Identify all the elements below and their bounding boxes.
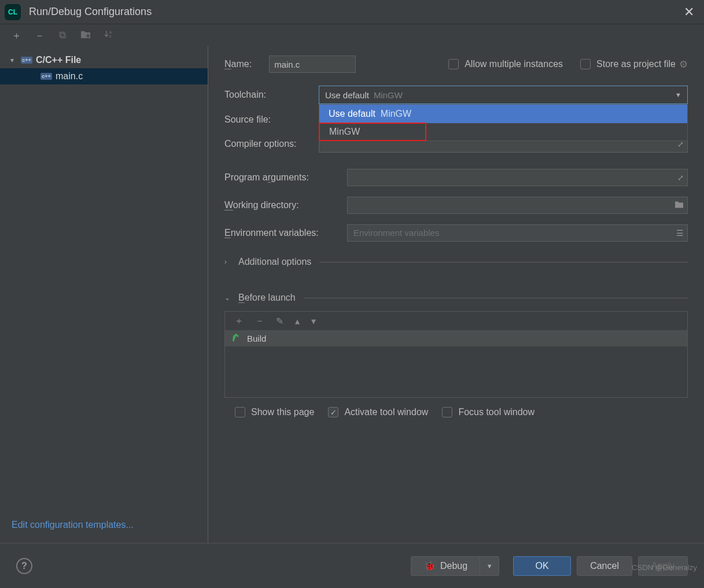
chevron-down-icon: ⌄ — [224, 294, 234, 302]
dropdown-option[interactable]: Use default MinGW — [319, 105, 687, 123]
config-form: Name: Allow multiple instances Store as … — [208, 46, 704, 543]
toolchain-dropdown[interactable]: Use default MinGW ▼ — [319, 86, 688, 104]
workdir-field[interactable] — [347, 197, 688, 214]
sort-icon[interactable]: az — [103, 29, 115, 42]
before-launch-header[interactable]: ⌄ Before launch — [224, 293, 688, 303]
env-placeholder: Environment variables — [348, 228, 439, 238]
toolchain-dropdown-list: Use default MinGW MinGW — [319, 104, 688, 141]
tree-group[interactable]: ▾ c++ C/C++ File — [0, 52, 208, 68]
build-task-label: Build — [247, 334, 266, 343]
list-icon[interactable]: ☰ — [676, 228, 684, 238]
build-task-row[interactable]: Build — [225, 330, 687, 346]
compiler-options-label: Compiler options: — [224, 139, 319, 149]
additional-options-header[interactable]: › Additional options — [224, 257, 688, 267]
tree-group-label: C/C++ File — [36, 55, 81, 65]
ok-button[interactable]: OK — [513, 556, 571, 576]
activate-tool-checkbox[interactable]: ✓ — [328, 407, 338, 417]
cpp-file-icon: c++ — [21, 55, 32, 65]
debug-button[interactable]: 🐞 Debug — [411, 556, 481, 576]
program-args-label: Program arguments: — [224, 172, 347, 183]
chevron-down-icon: ▼ — [675, 91, 681, 98]
add-icon[interactable]: ＋ — [10, 29, 22, 42]
hammer-icon — [232, 332, 241, 344]
env-label: Environment variables: — [224, 228, 347, 238]
svg-text:z: z — [109, 34, 112, 38]
tree-item-label: main.c — [56, 71, 83, 82]
toolchain-value-a: Use default — [325, 90, 369, 100]
bug-icon: 🐞 — [424, 560, 436, 571]
show-page-label: Show this page — [251, 407, 314, 417]
activate-tool-label: Activate tool window — [344, 407, 428, 417]
save-template-icon[interactable] — [80, 29, 91, 42]
copy-icon[interactable]: ⧉ — [57, 29, 68, 41]
config-tree-panel: ▾ c++ C/C++ File c++ main.c Edit configu… — [0, 46, 208, 543]
focus-tool-label: Focus tool window — [458, 407, 535, 417]
toolchain-value-b: MinGW — [374, 90, 403, 100]
workdir-label: Working directory: — [224, 200, 347, 210]
program-args-field[interactable]: ⤢ — [347, 169, 688, 186]
toolchain-label: Toolchain: — [224, 90, 319, 100]
cancel-button[interactable]: Cancel — [577, 556, 632, 576]
folder-icon[interactable] — [674, 201, 684, 210]
close-icon[interactable]: ✕ — [682, 5, 696, 20]
config-toolbar: ＋ － ⧉ az — [0, 24, 704, 46]
name-field[interactable] — [269, 56, 356, 73]
debug-split-arrow[interactable]: ▼ — [480, 556, 499, 576]
expand-icon[interactable]: ⤢ — [677, 173, 684, 182]
allow-multiple-label: Allow multiple instances — [465, 59, 563, 69]
before-launch-box: ＋ － ✎ ▴ ▾ Build — [224, 311, 688, 398]
store-project-label: Store as project file — [596, 59, 676, 69]
chevron-down-icon: ▾ — [10, 56, 19, 64]
tree-item[interactable]: c++ main.c — [0, 68, 208, 84]
name-label: Name: — [224, 59, 252, 69]
edit-templates-link[interactable]: Edit configuration templates... — [0, 520, 208, 543]
remove-icon[interactable]: － — [34, 29, 45, 42]
title-bar: CL Run/Debug Configurations ✕ — [0, 0, 704, 24]
dropdown-option[interactable]: MinGW — [319, 123, 426, 141]
chevron-right-icon: › — [224, 258, 234, 266]
window-title: Run/Debug Configurations — [29, 6, 152, 18]
env-field[interactable]: Environment variables ☰ — [347, 224, 688, 242]
watermark: CSDN @Generalzy — [632, 563, 697, 572]
app-icon: CL — [5, 4, 21, 20]
focus-tool-checkbox[interactable] — [442, 407, 452, 417]
gear-icon[interactable]: ⚙ — [679, 58, 688, 71]
bottom-bar: ? 🐞 Debug ▼ OK Cancel Apply — [0, 543, 704, 588]
up-icon[interactable]: ▴ — [295, 316, 300, 327]
source-file-label: Source file: — [224, 114, 319, 125]
edit-icon[interactable]: ✎ — [276, 316, 283, 327]
show-page-checkbox[interactable] — [235, 407, 245, 417]
help-icon[interactable]: ? — [16, 558, 32, 574]
store-project-checkbox[interactable] — [580, 59, 591, 69]
remove-icon[interactable]: － — [255, 315, 264, 327]
c-file-icon: c++ — [40, 71, 52, 82]
allow-multiple-checkbox[interactable] — [448, 59, 459, 69]
down-icon[interactable]: ▾ — [311, 316, 316, 327]
add-icon[interactable]: ＋ — [234, 315, 244, 327]
svg-text:a: a — [109, 30, 112, 34]
